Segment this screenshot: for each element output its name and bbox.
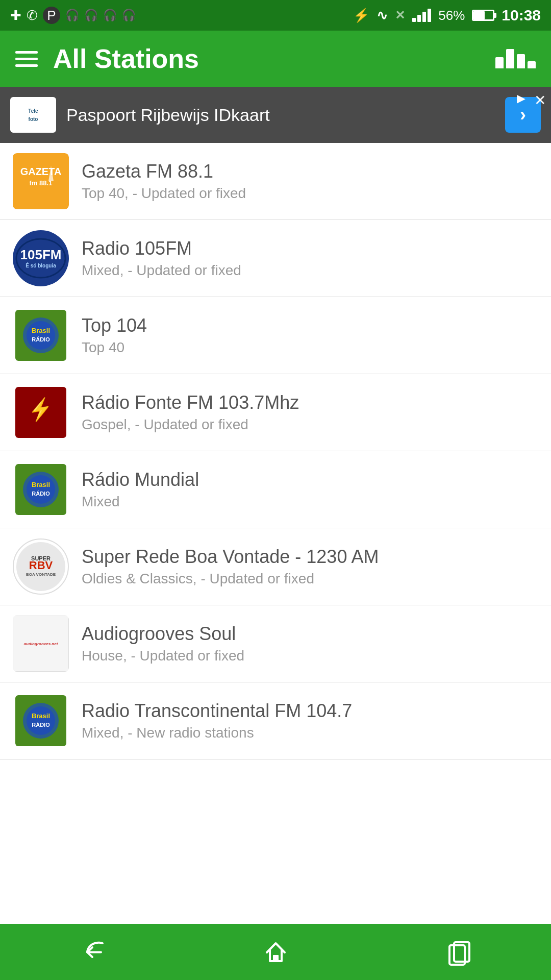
station-logo: SUPER RBV BOA VONTADE xyxy=(13,538,69,595)
station-name: Radio 105FM xyxy=(82,238,538,259)
signal-icon xyxy=(412,9,431,22)
page-title: All Stations xyxy=(53,43,495,74)
station-info: Gazeta FM 88.1Top 40, - Updated or fixed xyxy=(82,161,538,202)
station-item[interactable]: Brasil RÁDIO Top 104Top 40 xyxy=(0,297,551,374)
station-logo: GAZETA fm 88.1 xyxy=(13,153,69,209)
ad-close-button[interactable]: ✕ xyxy=(534,92,546,109)
station-item[interactable]: ⚡ Rádio Fonte FM 103.7MhzGospel, - Updat… xyxy=(0,374,551,451)
station-item[interactable]: SUPER RBV BOA VONTADE Super Rede Boa Von… xyxy=(0,528,551,605)
menu-button[interactable] xyxy=(15,51,38,67)
ad-logo-text: Tele foto xyxy=(13,99,54,131)
status-bar-right-icons: ⚡ ∿ ✕ 56% 10:38 xyxy=(353,7,541,24)
station-name: Rádio Mundial xyxy=(82,469,538,491)
station-info: Radio 105FMMixed, - Updated or fixed xyxy=(82,238,538,279)
ad-info-icon[interactable]: ▶ xyxy=(517,92,525,105)
headphone-icon4: 🎧 xyxy=(122,9,136,22)
svg-text:RÁDIO: RÁDIO xyxy=(32,336,50,342)
station-item[interactable]: audiogrooves.net Audiogrooves SoulHouse,… xyxy=(0,605,551,682)
no-signal-icon: ✕ xyxy=(395,8,405,22)
station-item[interactable]: Brasil RÁDIO Rádio MundialMixed xyxy=(0,451,551,528)
headphone-icon1: 🎧 xyxy=(65,9,79,22)
home-button[interactable] xyxy=(250,926,301,977)
battery-icon xyxy=(472,10,494,21)
station-list: GAZETA fm 88.1 Gazeta FM 88.1Top 40, - U… xyxy=(0,143,551,924)
svg-text:Brasil: Brasil xyxy=(32,327,50,334)
station-name: Top 104 xyxy=(82,315,538,336)
station-name: Rádio Fonte FM 103.7Mhz xyxy=(82,392,538,413)
svg-text:audiogrooves.net: audiogrooves.net xyxy=(24,642,58,646)
status-bar-left-icons: ✚ ✆ P 🎧 🎧 🎧 🎧 xyxy=(10,7,136,24)
svg-text:105FM: 105FM xyxy=(20,247,62,262)
ad-text: Paspoort Rijbewijs IDkaart xyxy=(66,105,495,125)
station-logo: Brasil RÁDIO xyxy=(13,693,69,749)
station-genre: Top 40, - Updated or fixed xyxy=(82,185,538,202)
add-icon: ✚ xyxy=(10,8,21,23)
svg-rect-0 xyxy=(13,99,54,129)
station-genre: Oldies & Classics, - Updated or fixed xyxy=(82,571,538,587)
back-button[interactable] xyxy=(66,926,117,977)
svg-text:RBV: RBV xyxy=(29,559,53,572)
svg-text:RÁDIO: RÁDIO xyxy=(32,722,50,728)
ad-banner: Tele foto Paspoort Rijbewijs IDkaart › ▶… xyxy=(0,87,551,143)
svg-text:Brasil: Brasil xyxy=(32,712,50,720)
station-genre: Mixed, - Updated or fixed xyxy=(82,262,538,279)
headphone-icon2: 🎧 xyxy=(84,9,98,22)
station-info: Top 104Top 40 xyxy=(82,315,538,356)
station-name: Radio Transcontinental FM 104.7 xyxy=(82,700,538,722)
headphone-icon3: 🎧 xyxy=(103,9,117,22)
station-genre: House, - Updated or fixed xyxy=(82,648,538,664)
station-logo: Brasil RÁDIO xyxy=(13,307,69,363)
station-info: Rádio Fonte FM 103.7MhzGospel, - Updated… xyxy=(82,392,538,433)
station-info: Rádio MundialMixed xyxy=(82,469,538,510)
station-logo: 105FM É só bloguia xyxy=(13,230,69,286)
bluetooth-icon: ⚡ xyxy=(353,8,369,23)
svg-point-12 xyxy=(27,321,55,350)
parking-icon: P xyxy=(43,7,60,24)
svg-text:BOA VONTADE: BOA VONTADE xyxy=(26,572,56,577)
station-logo: Brasil RÁDIO xyxy=(13,461,69,518)
ad-logo: Tele foto xyxy=(10,97,56,133)
station-name: Gazeta FM 88.1 xyxy=(82,161,538,182)
svg-point-29 xyxy=(27,706,55,735)
svg-text:GAZETA: GAZETA xyxy=(20,166,62,177)
bottom-nav xyxy=(0,924,551,980)
status-time: 10:38 xyxy=(502,7,541,24)
svg-rect-32 xyxy=(273,955,279,961)
station-genre: Mixed, - New radio stations xyxy=(82,725,538,741)
battery-percent: 56% xyxy=(438,8,465,23)
status-bar: ✚ ✆ P 🎧 🎧 🎧 🎧 ⚡ ∿ ✕ 56% 10:38 xyxy=(0,0,551,31)
top-bar: All Stations xyxy=(0,31,551,87)
recent-button[interactable] xyxy=(434,926,485,977)
station-item[interactable]: 105FM É só bloguia Radio 105FMMixed, - U… xyxy=(0,220,551,297)
station-item[interactable]: GAZETA fm 88.1 Gazeta FM 88.1Top 40, - U… xyxy=(0,143,551,220)
svg-text:RÁDIO: RÁDIO xyxy=(32,491,50,497)
station-genre: Mixed xyxy=(82,494,538,510)
station-info: Audiogrooves SoulHouse, - Updated or fix… xyxy=(82,623,538,664)
svg-point-19 xyxy=(27,475,55,504)
svg-text:foto: foto xyxy=(29,116,38,122)
station-genre: Gospel, - Updated or fixed xyxy=(82,416,538,433)
station-name: Audiogrooves Soul xyxy=(82,623,538,645)
chart-icon[interactable] xyxy=(495,49,536,68)
svg-text:Brasil: Brasil xyxy=(32,481,50,488)
station-info: Super Rede Boa Vontade - 1230 AMOldies &… xyxy=(82,546,538,587)
station-logo: audiogrooves.net xyxy=(13,616,69,672)
svg-text:Tele: Tele xyxy=(28,108,38,114)
station-genre: Top 40 xyxy=(82,339,538,356)
station-info: Radio Transcontinental FM 104.7Mixed, - … xyxy=(82,700,538,741)
station-item[interactable]: Brasil RÁDIO Radio Transcontinental FM 1… xyxy=(0,682,551,760)
svg-text:É só bloguia: É só bloguia xyxy=(26,262,56,268)
station-name: Super Rede Boa Vontade - 1230 AM xyxy=(82,546,538,568)
station-logo: ⚡ xyxy=(13,384,69,440)
wifi-icon: ∿ xyxy=(377,8,388,23)
phone-icon: ✆ xyxy=(27,8,38,23)
